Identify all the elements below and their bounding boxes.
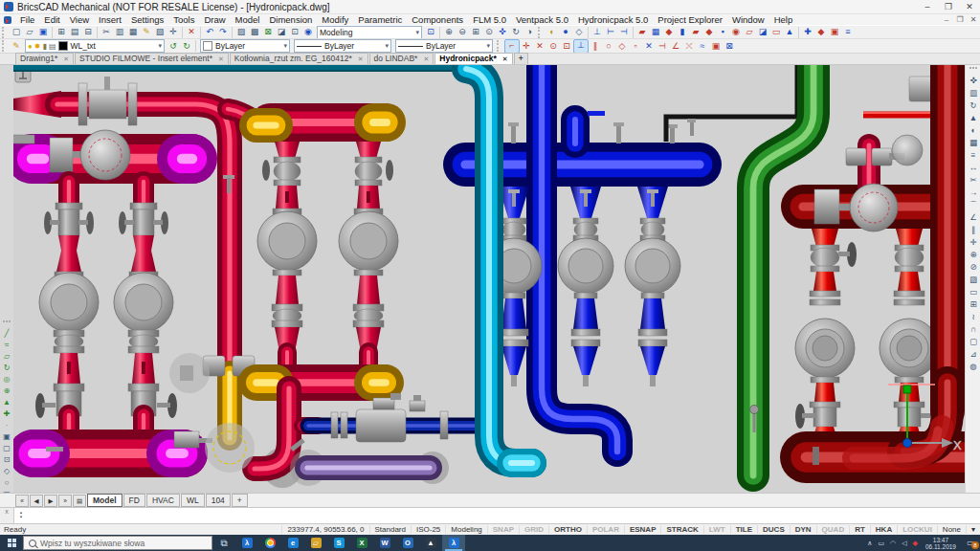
toggle-lockui[interactable]: LOCKUI bbox=[897, 525, 937, 534]
zoom-out-icon[interactable]: ⊖ bbox=[456, 26, 469, 38]
mech-browser-icon[interactable]: ▰ bbox=[635, 26, 649, 38]
manipulator-y-handle[interactable] bbox=[903, 386, 911, 393]
exploded-view-icon[interactable]: ▪ bbox=[716, 26, 729, 38]
array-icon[interactable]: ▦ bbox=[968, 137, 980, 149]
layers-explorer-icon[interactable]: ✎ bbox=[10, 40, 23, 53]
ucs-entity-icon[interactable]: ⊣ bbox=[617, 26, 631, 38]
taskbar-edge[interactable]: e bbox=[281, 535, 304, 551]
toggle-lwt[interactable]: LWT bbox=[703, 525, 730, 534]
menu-flm-5-0[interactable]: FLM 5.0 bbox=[468, 14, 511, 25]
snap-3d-icon[interactable]: ≈ bbox=[696, 40, 709, 53]
rotate-icon[interactable]: ↻ bbox=[968, 99, 980, 112]
taskbar-photos[interactable]: ▲ bbox=[419, 535, 442, 551]
shaded-view-icon[interactable]: ● bbox=[559, 26, 572, 38]
taskbar-bricscad[interactable]: λ bbox=[235, 535, 258, 551]
tray-teamviewer-icon[interactable]: ◆ bbox=[910, 540, 921, 547]
tray-chevron-icon[interactable]: ∧ bbox=[864, 540, 875, 547]
point-icon[interactable]: · bbox=[1, 420, 12, 431]
copy-tool-icon[interactable]: ▥ bbox=[968, 87, 980, 99]
match-properties-icon[interactable]: ▧ bbox=[153, 26, 167, 38]
standard-parts-icon[interactable]: ≡ bbox=[841, 26, 855, 38]
align-icon[interactable]: ≡ bbox=[968, 149, 980, 162]
command-prompt[interactable]: : bbox=[14, 508, 28, 523]
close-tab-icon[interactable]: ✕ bbox=[218, 54, 224, 64]
plot-preview-icon[interactable]: ⊞ bbox=[55, 26, 68, 38]
join-icon[interactable]: ⊕ bbox=[968, 249, 980, 261]
layout-tab-104[interactable]: 104 bbox=[206, 494, 231, 507]
lineweight-combo[interactable]: ByLayer▾ bbox=[395, 39, 493, 53]
task-view-button[interactable]: ⧉ bbox=[212, 535, 235, 551]
revolve-icon[interactable]: ↻ bbox=[1, 363, 12, 374]
esnap-perpendicular-icon[interactable]: ⊥ bbox=[573, 39, 589, 54]
restore-button[interactable]: ❐ bbox=[938, 2, 959, 11]
tray-volume-icon[interactable]: ◁ bbox=[899, 540, 909, 547]
doc-tab-kot-ownia-rzut-zm-eg-160412-[interactable]: Kotłownia_rzut zm. EG_160412*✕ bbox=[230, 53, 368, 64]
taskbar-excel[interactable]: X bbox=[350, 535, 373, 551]
pan-icon[interactable]: ✜ bbox=[496, 26, 509, 38]
menu-help[interactable]: Help bbox=[769, 14, 798, 25]
box-icon[interactable]: ▣ bbox=[1, 431, 12, 443]
layer-previous-icon[interactable]: ↺ bbox=[167, 40, 180, 53]
esnap-intersection-icon[interactable]: ✕ bbox=[642, 40, 656, 53]
menu-components[interactable]: Components bbox=[407, 14, 468, 25]
tray-wifi-icon[interactable]: ◠ bbox=[887, 540, 899, 547]
move-icon[interactable]: ✜ bbox=[968, 75, 980, 87]
look-icon[interactable]: ◑ bbox=[523, 26, 536, 38]
menu-draw[interactable]: Draw bbox=[199, 14, 230, 25]
taskbar-chrome[interactable] bbox=[258, 535, 281, 551]
esnap-parallel-icon[interactable]: ∥ bbox=[589, 40, 602, 53]
toggle-esnap[interactable]: ESNAP bbox=[624, 525, 661, 534]
toggle-grid[interactable]: GRID bbox=[519, 525, 548, 534]
layer-states-icon[interactable]: ↻ bbox=[180, 40, 193, 53]
measure-icon[interactable]: ⊿ bbox=[968, 348, 980, 361]
esnap-tangent-icon[interactable]: ○ bbox=[602, 40, 615, 53]
insert-image-icon[interactable]: ▨ bbox=[234, 26, 248, 38]
menu-settings[interactable]: Settings bbox=[126, 14, 168, 25]
linetype-combo[interactable]: ByLayer▾ bbox=[294, 39, 391, 53]
layout-tab-model[interactable]: Model bbox=[87, 494, 122, 507]
doc-tab-hydronicpack-[interactable]: Hydronicpack*✕ bbox=[434, 53, 512, 64]
shell-icon[interactable]: ▢ bbox=[968, 336, 980, 348]
cone-icon[interactable]: ▲ bbox=[1, 397, 12, 408]
edit-block-icon[interactable]: ◪ bbox=[275, 26, 288, 38]
esnap-nearest-icon[interactable]: ⌐ bbox=[504, 39, 520, 54]
menu-hydronicpack-5-0[interactable]: Hydronicpack 5.0 bbox=[573, 14, 653, 25]
status-caret[interactable]: ▾ bbox=[966, 525, 980, 534]
copy-icon[interactable]: ▥ bbox=[113, 26, 126, 38]
toggle-ortho[interactable]: ORTHO bbox=[548, 525, 587, 534]
format-painter-icon[interactable]: ✎ bbox=[140, 26, 153, 38]
menu-modify[interactable]: Modify bbox=[317, 14, 353, 25]
doc-tab-drawing1-[interactable]: Drawing1*✕ bbox=[15, 53, 74, 64]
menu-edit[interactable]: Edit bbox=[39, 14, 64, 25]
menu-ventpack-5-0[interactable]: Ventpack 5.0 bbox=[511, 14, 573, 25]
balloon-icon[interactable]: ◉ bbox=[729, 26, 743, 38]
manipulator-origin[interactable] bbox=[903, 439, 912, 448]
ucs-2d-icon[interactable]: ⊢ bbox=[604, 26, 617, 38]
esnap-apparent-icon[interactable]: ∠ bbox=[669, 40, 682, 53]
wireframe-icon[interactable]: ◇ bbox=[572, 26, 586, 38]
delete-icon[interactable]: ✕ bbox=[185, 26, 198, 38]
layout-add-button[interactable]: + bbox=[232, 494, 248, 507]
draworder-icon[interactable]: ▩ bbox=[248, 26, 261, 38]
taskbar-outlook[interactable]: O bbox=[396, 535, 419, 551]
redo-icon[interactable]: ↷ bbox=[216, 26, 230, 38]
doc-restore-button[interactable]: ❐ bbox=[953, 15, 967, 24]
toggle-strack[interactable]: STRACK bbox=[660, 525, 702, 534]
plot-icon[interactable]: ▤ bbox=[68, 26, 81, 38]
scale-icon[interactable]: ▲ bbox=[968, 112, 980, 124]
copy-entities-icon[interactable]: ⊠ bbox=[261, 26, 275, 38]
region-tool-icon[interactable]: ⊞ bbox=[968, 298, 980, 311]
layout-tab-fd[interactable]: FD bbox=[123, 494, 145, 507]
constraints-icon[interactable]: ◆ bbox=[702, 26, 716, 38]
paste-icon[interactable]: ▦ bbox=[126, 26, 140, 38]
tools-wrench-icon[interactable]: ✚ bbox=[801, 26, 814, 38]
close-button[interactable]: ✕ bbox=[959, 2, 980, 11]
menu-dimension[interactable]: Dimension bbox=[264, 14, 317, 25]
menu-parametric[interactable]: Parametric bbox=[353, 14, 407, 25]
model-viewport[interactable]: X bbox=[8, 65, 965, 493]
drawing-settings-icon[interactable]: ⊡ bbox=[288, 26, 301, 38]
taskbar-clock[interactable]: 13:4706.11.2019 bbox=[921, 537, 961, 550]
library-icon[interactable]: ▣ bbox=[828, 26, 841, 38]
rect-icon[interactable]: ▢ bbox=[1, 443, 12, 454]
menu-model[interactable]: Model bbox=[231, 14, 265, 25]
